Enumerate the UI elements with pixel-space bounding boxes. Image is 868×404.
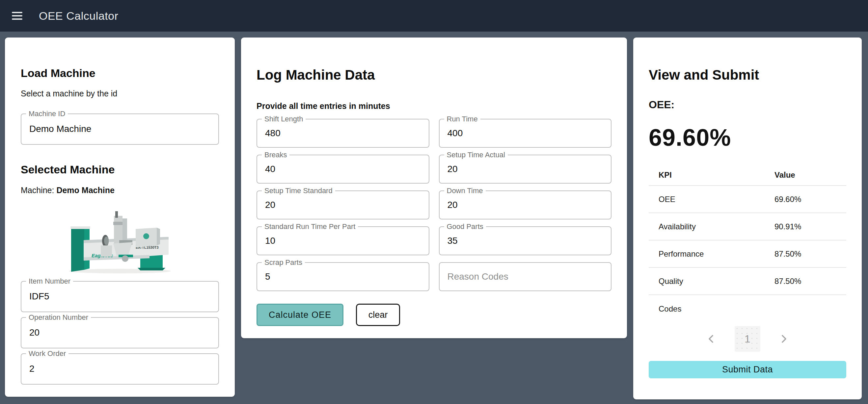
setup-time-actual-field[interactable]: Setup Time Actual [439,155,612,183]
next-page-button[interactable] [776,331,791,346]
item-number-field[interactable]: Item Number [21,281,219,312]
hamburger-icon [12,12,22,13]
field-label: Setup Time Actual [444,151,508,159]
kpi-row-oee: OEE69.60% [649,186,846,213]
field-label: Standard Run Time Per Part [262,223,358,231]
shift-length-field[interactable]: Shift Length [256,119,429,148]
page-1-button[interactable]: 1 [735,326,760,352]
oee-value: 69.60% [649,124,846,151]
chevron-right-icon [779,334,788,344]
scrap-parts-field[interactable]: Scrap Parts [256,262,429,291]
field-input[interactable] [257,227,429,255]
selected-machine-line: Machine: Demo Machine [21,186,219,195]
kpi-table-body: OEE69.60%Availability90.91%Performance87… [649,186,846,323]
selected-machine-title: Selected Machine [21,163,219,176]
machine-id-field[interactable]: Machine ID [21,113,219,145]
field-input[interactable] [22,354,218,384]
machine-illustration: EagleTec EA-TL1530T3 [64,209,176,274]
load-machine-fields: Item NumberOperation NumberWork Order [21,281,219,384]
log-data-actions: Calculate OEE clear [256,304,612,326]
load-machine-subtitle: Select a machine by the id [21,89,219,98]
machine-label: Machine: [21,186,54,195]
view-submit-title: View and Submit [649,67,846,83]
field-label: Operation Number [26,313,91,322]
reason-codes-field[interactable] [439,262,612,291]
view-submit-card: View and Submit OEE: 69.60% KPI Value OE… [633,37,862,399]
field-input[interactable] [440,227,611,255]
calculate-oee-button[interactable]: Calculate OEE [256,304,343,326]
good-parts-field[interactable]: Good Parts [439,226,612,255]
machine-image: EagleTec EA-TL1530T3 [21,209,219,274]
work-order-field[interactable]: Work Order [21,354,219,384]
machine-id-input[interactable] [22,114,218,144]
prev-page-button[interactable] [704,331,719,346]
kpi-row-availability: Availability90.91% [649,213,846,240]
field-input[interactable] [440,120,611,147]
log-data-title: Log Machine Data [256,67,612,83]
kpi-row-performance: Performance87.50% [649,240,846,268]
field-input[interactable] [257,155,429,183]
clear-button[interactable]: clear [356,304,400,326]
field-label: Good Parts [444,223,486,231]
field-input[interactable] [257,263,429,291]
field-input[interactable] [440,155,611,183]
field-input[interactable] [440,263,611,291]
field-label: Setup Time Standard [262,187,335,195]
value-column-header: Value [774,170,846,180]
field-label: Run Time [444,115,480,123]
kpi-row-quality: Quality87.50% [649,268,846,295]
value-cell: 87.50% [774,277,846,286]
field-input[interactable] [22,281,218,311]
field-label: Work Order [26,349,68,358]
log-data-grid: Shift LengthRun TimeBreaksSetup Time Act… [256,119,612,291]
kpi-cell: Quality [649,277,774,286]
breaks-field[interactable]: Breaks [256,155,429,183]
kpi-row-codes: Codes [649,295,846,323]
kpi-table-header: KPI Value [649,165,846,186]
load-machine-card: Load Machine Select a machine by the id … [5,37,235,397]
field-label: Item Number [26,277,73,285]
value-cell: 87.50% [774,249,846,259]
down-time-field[interactable]: Down Time [439,191,612,220]
kpi-cell: OEE [649,195,774,204]
app-title: OEE Calculator [39,9,118,22]
field-input[interactable] [257,120,429,147]
load-machine-title: Load Machine [21,66,219,80]
machine-name: Demo Machine [56,186,114,195]
submit-data-button[interactable]: Submit Data [649,361,846,378]
field-input[interactable] [440,191,611,219]
standard-run-time-per-part-field[interactable]: Standard Run Time Per Part [256,226,429,255]
run-time-field[interactable]: Run Time [439,119,612,148]
kpi-cell: Performance [649,249,774,259]
log-data-subtitle: Provide all time entries in minutes [256,101,612,111]
field-label: Down Time [444,187,486,195]
pagination: 1 [649,326,846,352]
menu-button[interactable] [12,5,33,26]
kpi-cell: Codes [649,304,774,313]
field-label: Shift Length [262,115,306,123]
kpi-cell: Availability [649,222,774,231]
kpi-table: KPI Value OEE69.60%Availability90.91%Per… [649,165,846,323]
field-label: Scrap Parts [262,258,305,267]
field-input[interactable] [257,191,429,219]
machine-id-label: Machine ID [26,109,68,118]
oee-label: OEE: [649,99,846,111]
setup-time-standard-field[interactable]: Setup Time Standard [256,191,429,220]
main-content: Load Machine Select a machine by the id … [0,32,868,399]
log-machine-data-card: Log Machine Data Provide all time entrie… [241,37,627,338]
app-header: OEE Calculator [0,0,868,32]
hamburger-icon [12,15,22,16]
kpi-column-header: KPI [649,170,774,180]
hamburger-icon [12,19,22,20]
field-input[interactable] [22,318,218,348]
chevron-left-icon [706,334,716,344]
value-cell: 69.60% [774,195,846,204]
operation-number-field[interactable]: Operation Number [21,317,219,348]
field-label: Breaks [262,151,289,159]
value-cell: 90.91% [774,222,846,231]
